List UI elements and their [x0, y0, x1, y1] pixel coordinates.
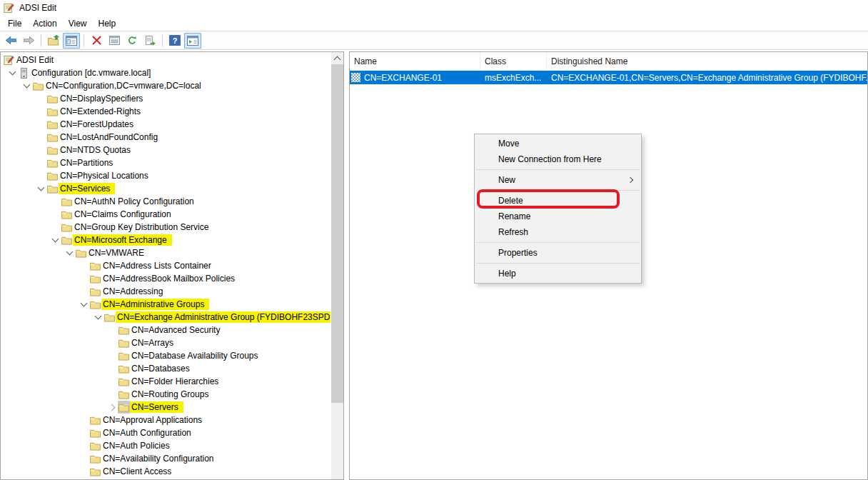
menu-view[interactable]: View [63, 16, 93, 31]
tree-item[interactable]: CN=Approval Applications [1, 414, 330, 426]
folder-icon [47, 171, 58, 181]
context-menu-separator [476, 263, 640, 264]
tree-item-label: CN=Servers [130, 401, 183, 413]
scrollbar-up-icon[interactable] [331, 52, 343, 64]
column-header-distinguished-name[interactable]: Distinguished Name [547, 52, 867, 70]
tree-item[interactable]: CN=Services [1, 182, 330, 195]
tree-item[interactable]: CN=Extended-Rights [1, 105, 330, 118]
submenu-arrow-icon [627, 177, 633, 183]
tree-item-label: CN=Administrative Groups [101, 299, 209, 310]
context-menu-item-rename[interactable]: Rename [475, 209, 641, 224]
tree-item[interactable]: CN=Claims Configuration [1, 208, 330, 221]
context-menu-item-move[interactable]: Move [475, 136, 641, 151]
tree-item[interactable]: CN=NTDS Quotas [1, 144, 330, 156]
tree-item[interactable]: CN=Databases [1, 362, 330, 375]
folder-icon [90, 274, 101, 284]
tree-item[interactable]: CN=Addressing [1, 285, 330, 298]
tree-item[interactable]: CN=Partitions [1, 156, 330, 169]
action-pane-icon [187, 36, 198, 46]
tree-item[interactable]: CN=LostAndFoundConfig [1, 131, 330, 144]
tree-item-label: CN=Approval Applications [101, 414, 204, 426]
toolbar-properties-button[interactable] [106, 33, 123, 49]
menu-action[interactable]: Action [27, 16, 62, 31]
tree-item[interactable]: CN=Address Lists Container [1, 259, 330, 272]
tree-item[interactable]: CN=Database Availability Groups [1, 349, 330, 362]
back-arrow-icon [5, 36, 17, 45]
tree-item[interactable]: CN=VMWARE [1, 246, 330, 259]
chevron-expanded-icon[interactable] [92, 316, 104, 319]
tree-item[interactable]: CN=Exchange Administrative Group (FYDIBO… [1, 311, 330, 324]
menu-file[interactable]: File [2, 16, 27, 31]
folder-icon [47, 107, 58, 116]
window-title: ADSI Edit [19, 3, 56, 13]
tree-item[interactable]: CN=Group Key Distribution Service [1, 221, 330, 234]
context-menu-item-properties[interactable]: Properties [475, 245, 641, 261]
folder-icon [118, 364, 129, 374]
toolbar-forward-button[interactable] [20, 33, 37, 49]
chevron-expanded-icon[interactable] [78, 303, 89, 306]
folder-icon [32, 79, 44, 92]
tree-item[interactable]: ADSI Edit [1, 54, 330, 66]
tree-item[interactable]: CN=AuthN Policy Configuration [1, 195, 330, 208]
toolbar-export-list-button[interactable] [141, 33, 158, 49]
chevron-collapsed-icon[interactable] [106, 405, 118, 410]
tree-item[interactable]: CN=Routing Groups [1, 388, 330, 401]
tree-item[interactable]: CN=Folder Hierarchies [1, 375, 330, 388]
folder-icon [46, 144, 59, 156]
menu-help[interactable]: Help [93, 16, 122, 31]
column-header-name[interactable]: Name [350, 52, 480, 70]
folder-icon [89, 452, 101, 465]
context-menu-item-new-connection-from-here[interactable]: New Connection from Here [475, 151, 641, 167]
tree-item[interactable]: CN=Physical Locations [1, 169, 330, 182]
tree-item[interactable]: CN=Administrative Groups [1, 298, 330, 311]
tree-item-label: CN=Services [59, 183, 115, 194]
folder-icon [61, 210, 72, 219]
tree-item[interactable]: CN=Servers [1, 401, 330, 414]
context-menu-item-refresh[interactable]: Refresh [475, 224, 641, 240]
tree-item-label: CN=Configuration,DC=vmware,DC=local [44, 80, 203, 91]
tree-item[interactable]: CN=Microsoft Exchange [1, 234, 330, 246]
chevron-expanded-icon[interactable] [35, 187, 46, 190]
toolbar-refresh-button[interactable] [123, 33, 141, 49]
tree-item-label: CN=Claims Configuration [73, 209, 173, 220]
tree-item[interactable]: CN=ForestUpdates [1, 118, 330, 131]
list-row[interactable]: CN=EXCHANGE-01msExchExch...CN=EXCHANGE-0… [350, 71, 867, 84]
tree-item[interactable]: CN=Client Access [1, 465, 330, 478]
toolbar-show-console-tree-button[interactable] [63, 33, 80, 49]
toolbar-up-one-level-button[interactable] [45, 33, 62, 49]
folder-icon [76, 249, 86, 258]
tree-item[interactable]: CN=Advanced Security [1, 324, 330, 336]
tree-item[interactable]: CN=Configuration,DC=vmware,DC=local [1, 79, 330, 92]
tree-item[interactable]: CN=Availability Configuration [1, 452, 330, 465]
chevron-expanded-icon[interactable] [21, 84, 32, 87]
context-menu-item-new[interactable]: New [475, 172, 641, 188]
tree-item[interactable]: CN=DisplaySpecifiers [1, 92, 330, 105]
tree-item-label: CN=Partitions [59, 157, 115, 169]
tree-item[interactable]: CN=AddressBook Mailbox Policies [1, 272, 330, 285]
toolbar-back-button[interactable] [2, 33, 19, 49]
context-menu-item-help[interactable]: Help [475, 266, 641, 281]
toolbar-help-button[interactable]: ? [166, 33, 183, 49]
scrollbar-thumb[interactable] [331, 64, 343, 403]
toolbar: ? [0, 31, 868, 50]
toolbar-delete-button[interactable] [88, 33, 105, 49]
tree-item[interactable]: CN=Auth Policies [1, 439, 330, 452]
row-name: CN=EXCHANGE-01 [364, 73, 442, 83]
chevron-expanded-icon[interactable] [64, 251, 75, 254]
tree-scrollbar[interactable] [331, 52, 343, 479]
tree-item[interactable]: Configuration [dc.vmware.local] [1, 66, 330, 79]
tree-item[interactable]: CN=Arrays [1, 336, 330, 349]
chevron-expanded-icon[interactable] [49, 239, 61, 241]
toolbar-show-action-pane-button[interactable] [184, 33, 201, 49]
tree-item-label: CN=Group Key Distribution Service [73, 221, 211, 233]
tree: ADSI EditConfiguration [dc.vmware.local]… [1, 52, 330, 478]
chevron-expanded-icon[interactable] [6, 71, 18, 74]
folder-icon [90, 261, 101, 271]
cell-class: msExchExch... [480, 73, 547, 83]
column-header-class[interactable]: Class [480, 52, 547, 70]
tree-item[interactable]: CN=Auth Configuration [1, 426, 330, 439]
pane-divider[interactable] [344, 51, 349, 480]
folder-icon [118, 401, 130, 414]
folder-icon [89, 272, 101, 285]
tree-item-label: CN=Database Availability Groups [130, 350, 261, 361]
